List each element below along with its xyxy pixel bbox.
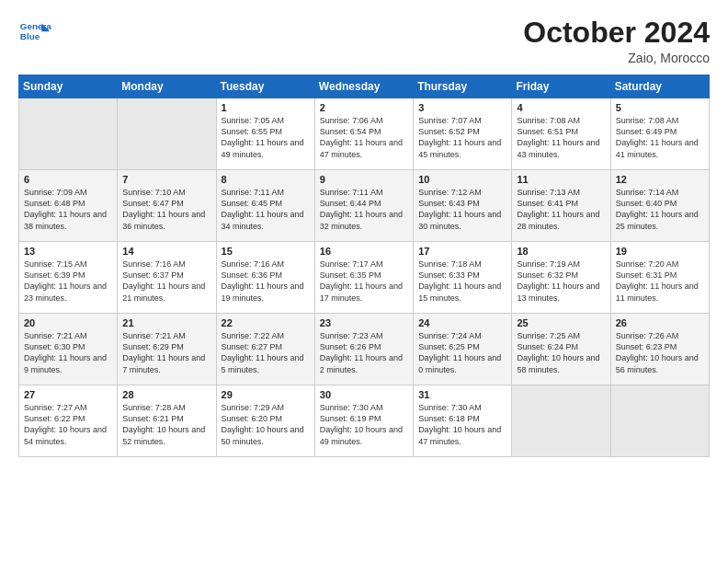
day-number: 18 [517,246,605,257]
day-number: 13 [24,246,112,257]
logo: General Blue [18,17,51,50]
cell-details: Sunrise: 7:21 AMSunset: 6:29 PMDaylight:… [122,330,210,375]
day-number: 22 [222,317,310,328]
cell-details: Sunrise: 7:13 AMSunset: 6:41 PMDaylight:… [517,187,605,232]
day-number: 16 [320,246,408,257]
page: General Blue October 2024 Zaio, Morocco … [0,0,728,563]
calendar-cell: 21Sunrise: 7:21 AMSunset: 6:29 PMDayligh… [118,314,216,385]
calendar-cell: 27Sunrise: 7:27 AMSunset: 6:22 PMDayligh… [19,385,118,457]
cell-details: Sunrise: 7:09 AMSunset: 6:48 PMDaylight:… [24,187,112,232]
calendar-cell: 23Sunrise: 7:23 AMSunset: 6:26 PMDayligh… [314,314,413,385]
calendar-cell [610,385,709,457]
calendar-cell: 26Sunrise: 7:26 AMSunset: 6:23 PMDayligh… [610,314,709,385]
cell-details: Sunrise: 7:18 AMSunset: 6:33 PMDaylight:… [418,259,506,304]
cell-details: Sunrise: 7:11 AMSunset: 6:45 PMDaylight:… [222,187,310,232]
cell-details: Sunrise: 7:17 AMSunset: 6:35 PMDaylight:… [320,259,408,304]
cell-details: Sunrise: 7:29 AMSunset: 6:20 PMDaylight:… [222,402,310,447]
calendar-cell: 8Sunrise: 7:11 AMSunset: 6:45 PMDaylight… [216,170,314,242]
cell-details: Sunrise: 7:12 AMSunset: 6:43 PMDaylight:… [418,187,506,232]
day-number: 31 [418,389,506,400]
calendar-cell [512,385,610,457]
week-row-1: 1Sunrise: 7:05 AMSunset: 6:55 PMDaylight… [19,98,710,170]
calendar-cell: 4Sunrise: 7:08 AMSunset: 6:51 PMDaylight… [512,98,610,170]
week-row-2: 6Sunrise: 7:09 AMSunset: 6:48 PMDaylight… [19,170,710,242]
cell-details: Sunrise: 7:15 AMSunset: 6:39 PMDaylight:… [24,259,112,304]
calendar-cell: 29Sunrise: 7:29 AMSunset: 6:20 PMDayligh… [216,385,314,457]
day-number: 3 [418,102,506,113]
day-number: 7 [122,174,210,185]
calendar-cell [19,98,118,170]
location: Zaio, Morocco [523,51,710,65]
day-number: 17 [418,246,506,257]
calendar-cell: 28Sunrise: 7:28 AMSunset: 6:21 PMDayligh… [118,385,216,457]
weekday-header-thursday: Thursday [414,75,512,98]
month-title: October 2024 [523,17,710,49]
title-block: October 2024 Zaio, Morocco [523,17,710,65]
cell-details: Sunrise: 7:06 AMSunset: 6:54 PMDaylight:… [320,115,408,160]
cell-details: Sunrise: 7:19 AMSunset: 6:32 PMDaylight:… [517,259,605,304]
day-number: 25 [517,317,605,328]
day-number: 27 [24,389,112,400]
calendar-cell: 6Sunrise: 7:09 AMSunset: 6:48 PMDaylight… [19,170,118,242]
calendar-cell: 22Sunrise: 7:22 AMSunset: 6:27 PMDayligh… [216,314,314,385]
day-number: 9 [320,174,408,185]
week-row-5: 27Sunrise: 7:27 AMSunset: 6:22 PMDayligh… [19,385,710,457]
day-number: 1 [222,102,310,113]
cell-details: Sunrise: 7:27 AMSunset: 6:22 PMDaylight:… [24,402,112,447]
calendar-cell: 1Sunrise: 7:05 AMSunset: 6:55 PMDaylight… [216,98,314,170]
calendar-cell: 16Sunrise: 7:17 AMSunset: 6:35 PMDayligh… [314,242,413,314]
week-row-3: 13Sunrise: 7:15 AMSunset: 6:39 PMDayligh… [19,242,710,314]
cell-details: Sunrise: 7:30 AMSunset: 6:18 PMDaylight:… [418,402,506,447]
header: General Blue October 2024 Zaio, Morocco [18,17,710,65]
calendar-table: SundayMondayTuesdayWednesdayThursdayFrid… [18,75,710,457]
calendar-cell: 10Sunrise: 7:12 AMSunset: 6:43 PMDayligh… [414,170,512,242]
calendar-cell: 14Sunrise: 7:16 AMSunset: 6:37 PMDayligh… [118,242,216,314]
calendar-cell: 11Sunrise: 7:13 AMSunset: 6:41 PMDayligh… [512,170,610,242]
day-number: 14 [122,246,210,257]
day-number: 12 [616,174,704,185]
calendar-cell: 13Sunrise: 7:15 AMSunset: 6:39 PMDayligh… [19,242,118,314]
weekday-header-wednesday: Wednesday [314,75,413,98]
calendar-cell: 9Sunrise: 7:11 AMSunset: 6:44 PMDaylight… [314,170,413,242]
cell-details: Sunrise: 7:24 AMSunset: 6:25 PMDaylight:… [418,330,506,375]
calendar-cell: 31Sunrise: 7:30 AMSunset: 6:18 PMDayligh… [414,385,512,457]
day-number: 29 [222,389,310,400]
cell-details: Sunrise: 7:14 AMSunset: 6:40 PMDaylight:… [616,187,704,232]
weekday-header-tuesday: Tuesday [216,75,314,98]
cell-details: Sunrise: 7:26 AMSunset: 6:23 PMDaylight:… [616,330,704,375]
calendar-cell: 12Sunrise: 7:14 AMSunset: 6:40 PMDayligh… [610,170,709,242]
cell-details: Sunrise: 7:22 AMSunset: 6:27 PMDaylight:… [222,330,310,375]
calendar-cell: 15Sunrise: 7:16 AMSunset: 6:36 PMDayligh… [216,242,314,314]
day-number: 20 [24,317,112,328]
cell-details: Sunrise: 7:08 AMSunset: 6:51 PMDaylight:… [517,115,605,160]
weekday-header-sunday: Sunday [19,75,118,98]
calendar-cell: 5Sunrise: 7:08 AMSunset: 6:49 PMDaylight… [610,98,709,170]
cell-details: Sunrise: 7:07 AMSunset: 6:52 PMDaylight:… [418,115,506,160]
day-number: 6 [24,174,112,185]
week-row-4: 20Sunrise: 7:21 AMSunset: 6:30 PMDayligh… [19,314,710,385]
calendar-cell: 7Sunrise: 7:10 AMSunset: 6:47 PMDaylight… [118,170,216,242]
day-number: 8 [222,174,310,185]
cell-details: Sunrise: 7:21 AMSunset: 6:30 PMDaylight:… [24,330,112,375]
day-number: 19 [616,246,704,257]
day-number: 23 [320,317,408,328]
cell-details: Sunrise: 7:08 AMSunset: 6:49 PMDaylight:… [616,115,704,160]
day-number: 30 [320,389,408,400]
day-number: 21 [122,317,210,328]
day-number: 24 [418,317,506,328]
calendar-cell: 20Sunrise: 7:21 AMSunset: 6:30 PMDayligh… [19,314,118,385]
day-number: 26 [616,317,704,328]
calendar-cell: 24Sunrise: 7:24 AMSunset: 6:25 PMDayligh… [414,314,512,385]
day-number: 5 [616,102,704,113]
day-number: 11 [517,174,605,185]
weekday-header-row: SundayMondayTuesdayWednesdayThursdayFrid… [19,75,710,98]
cell-details: Sunrise: 7:23 AMSunset: 6:26 PMDaylight:… [320,330,408,375]
calendar-cell: 25Sunrise: 7:25 AMSunset: 6:24 PMDayligh… [512,314,610,385]
day-number: 10 [418,174,506,185]
calendar-cell: 17Sunrise: 7:18 AMSunset: 6:33 PMDayligh… [414,242,512,314]
cell-details: Sunrise: 7:30 AMSunset: 6:19 PMDaylight:… [320,402,408,447]
cell-details: Sunrise: 7:20 AMSunset: 6:31 PMDaylight:… [616,259,704,304]
calendar-cell: 2Sunrise: 7:06 AMSunset: 6:54 PMDaylight… [314,98,413,170]
logo-icon: General Blue [18,17,51,50]
calendar-cell: 30Sunrise: 7:30 AMSunset: 6:19 PMDayligh… [314,385,413,457]
